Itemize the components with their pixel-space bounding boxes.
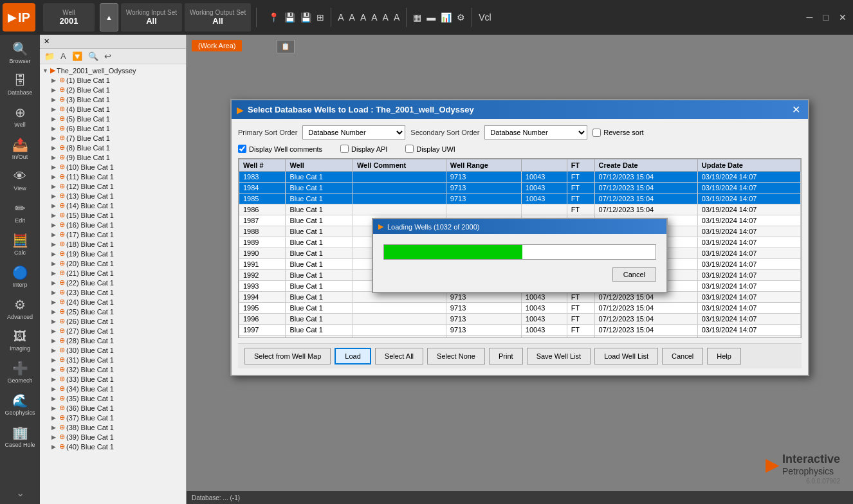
sidebar-item-calc[interactable]: 🧮 Calc — [1, 229, 39, 260]
dialog-close-btn[interactable]: ✕ — [789, 104, 803, 116]
tree-item[interactable]: ▶⊕(7) Blue Cat 1 — [41, 133, 185, 143]
tree-item[interactable]: ▶⊕(32) Blue Cat 1 — [41, 364, 185, 374]
tree-item[interactable]: ▶⊕(14) Blue Cat 1 — [41, 201, 185, 210]
sidebar-item-inout[interactable]: 📤 In/Out — [1, 133, 39, 164]
icon-grid[interactable]: ⊞ — [315, 11, 326, 24]
tree-item[interactable]: ▶⊕(3) Blue Cat 1 — [41, 94, 185, 104]
icon-bars[interactable]: ▬ — [425, 11, 437, 24]
tree-item[interactable]: ▶⊕(26) Blue Cat 1 — [41, 316, 185, 326]
tree-item[interactable]: ▶⊕(28) Blue Cat 1 — [41, 336, 185, 345]
well-selector[interactable]: Well 2001 — [43, 3, 95, 32]
tree-item[interactable]: ▶⊕(19) Blue Cat 1 — [41, 249, 185, 258]
display-api-checkbox[interactable] — [340, 145, 349, 153]
tree-item[interactable]: ▶⊕(38) Blue Cat 1 — [41, 422, 185, 432]
display-well-comments-label[interactable]: Display Well comments — [238, 145, 322, 153]
panel-close-icon[interactable]: ✕ — [44, 37, 50, 46]
sidebar-item-cased-hole[interactable]: 🏢 Cased Hole — [1, 421, 39, 452]
working-output-selector[interactable]: Working Output Set All — [185, 3, 251, 32]
tree-item[interactable]: ▶⊕(35) Blue Cat 1 — [41, 393, 185, 403]
tree-item[interactable]: ▶⊕(5) Blue Cat 1 — [41, 114, 185, 123]
maximize-btn[interactable]: □ — [820, 11, 832, 24]
sidebar-item-well[interactable]: ⊕ Well — [1, 101, 39, 132]
load-btn[interactable]: Load — [335, 348, 371, 364]
panel-tb-btn5[interactable]: ↩ — [102, 51, 113, 62]
tree-item[interactable]: ▶⊕(31) Blue Cat 1 — [41, 355, 185, 364]
tree-item[interactable]: ▶⊕(6) Blue Cat 1 — [41, 123, 185, 133]
select-from-map-btn[interactable]: Select from Well Map — [244, 348, 331, 364]
icon-a2[interactable]: A — [348, 11, 356, 24]
icon-a6[interactable]: A — [392, 11, 401, 24]
icon-save[interactable]: 💾 — [283, 11, 297, 24]
icon-grid2[interactable]: ▦ — [412, 11, 423, 24]
sidebar-item-advanced[interactable]: ⚙ Advanced — [1, 293, 39, 324]
table-row[interactable]: 1994 Blue Cat 1 9713 10043 FT 07/12/2023… — [239, 292, 801, 303]
tree-item[interactable]: ▶⊕(10) Blue Cat 1 — [41, 162, 185, 172]
display-uwi-checkbox[interactable] — [405, 145, 414, 153]
tree-item[interactable]: ▶⊕(34) Blue Cat 1 — [41, 384, 185, 393]
select-none-btn[interactable]: Select None — [427, 348, 485, 364]
print-btn[interactable]: Print — [489, 348, 523, 364]
table-row[interactable]: 1995 Blue Cat 1 9713 10043 FT 07/12/2023… — [239, 303, 801, 314]
tree-item[interactable]: ▶⊕(30) Blue Cat 1 — [41, 345, 185, 355]
tree-item[interactable]: ▶⊕(11) Blue Cat 1 — [41, 172, 185, 181]
display-api-label[interactable]: Display API — [340, 145, 387, 153]
icon-vcl[interactable]: Vcl — [477, 11, 492, 24]
tree-item[interactable]: ▶⊕(24) Blue Cat 1 — [41, 297, 185, 307]
work-area-tab[interactable]: (Work Area) — [192, 40, 242, 51]
tree-item[interactable]: ▶⊕(9) Blue Cat 1 — [41, 152, 185, 162]
sidebar-item-browser[interactable]: 🔍 Browser — [1, 37, 39, 68]
tree-item[interactable]: ▶⊕(17) Blue Cat 1 — [41, 230, 185, 239]
tree-item[interactable]: ▶⊕(4) Blue Cat 1 — [41, 104, 185, 114]
primary-sort-select[interactable]: Database Number — [302, 125, 405, 140]
work-area-icon[interactable]: 📋 — [277, 40, 295, 53]
panel-tb-btn4[interactable]: 🔍 — [86, 51, 100, 62]
reverse-sort-checkbox[interactable] — [592, 129, 601, 137]
table-row[interactable]: 1985 Blue Cat 1 9713 10043 FT 07/12/2023… — [239, 194, 801, 204]
help-btn[interactable]: Help — [707, 348, 741, 364]
display-well-comments-checkbox[interactable] — [238, 145, 246, 153]
icon-a3[interactable]: A — [359, 11, 367, 24]
select-all-btn[interactable]: Select All — [375, 348, 423, 364]
panel-tb-btn2[interactable]: A — [59, 51, 68, 62]
tree-item[interactable]: ▶⊕(12) Blue Cat 1 — [41, 181, 185, 191]
tree-item[interactable]: ▶⊕(22) Blue Cat 1 — [41, 278, 185, 287]
sidebar-item-imaging[interactable]: 🖼 Imaging — [1, 325, 39, 356]
sidebar-item-view[interactable]: 👁 View — [1, 165, 39, 195]
icon-save2[interactable]: 💾 — [299, 11, 313, 24]
sidebar-item-geophysics[interactable]: 🌊 Geophysics — [1, 389, 39, 420]
display-uwi-label[interactable]: Display UWI — [405, 145, 455, 153]
sidebar-item-geomech[interactable]: ➕ Geomech — [1, 357, 39, 388]
table-row[interactable]: 1984 Blue Cat 1 9713 10043 FT 07/12/2023… — [239, 183, 801, 194]
tree-item[interactable]: ▶⊕(8) Blue Cat 1 — [41, 143, 185, 152]
tree-item[interactable]: ▶⊕(40) Blue Cat 1 — [41, 442, 185, 451]
load-well-list-btn[interactable]: Load Well List — [594, 348, 658, 364]
tree-item[interactable]: ▶⊕(25) Blue Cat 1 — [41, 307, 185, 316]
tree-item[interactable]: ▶⊕(21) Blue Cat 1 — [41, 268, 185, 278]
sidebar-item-interp[interactable]: 🔵 Interp — [1, 261, 39, 292]
sidebar-item-edit[interactable]: ✏ Edit — [1, 197, 39, 228]
minimize-btn[interactable]: ─ — [803, 11, 817, 24]
icon-a5[interactable]: A — [381, 11, 390, 24]
table-row[interactable]: 1997 Blue Cat 1 9713 10043 FT 07/12/2023… — [239, 325, 801, 336]
sidebar-more[interactable]: ⌄ — [11, 482, 30, 504]
tree-item[interactable]: ▶⊕(16) Blue Cat 1 — [41, 220, 185, 230]
tree-item[interactable]: ▶⊕(27) Blue Cat 1 — [41, 326, 185, 336]
secondary-sort-select[interactable]: Database Number — [484, 125, 587, 140]
panel-tb-btn1[interactable]: 📁 — [42, 51, 57, 62]
panel-tb-btn3[interactable]: 🔽 — [70, 51, 84, 62]
tree-item[interactable]: ▶⊕(20) Blue Cat 1 — [41, 258, 185, 268]
tree-item[interactable]: ▶⊕(37) Blue Cat 1 — [41, 413, 185, 422]
table-row[interactable]: 1998 Blue Cat 1 9713 10043 FT 07/12/2023… — [239, 336, 801, 339]
icon-settings[interactable]: ⚙ — [455, 11, 466, 24]
table-row[interactable]: 1996 Blue Cat 1 9713 10043 FT 07/12/2023… — [239, 314, 801, 325]
tree-item[interactable]: ▶⊕(23) Blue Cat 1 — [41, 287, 185, 297]
tree-item[interactable]: ▶⊕(1) Blue Cat 1 — [41, 75, 185, 85]
loading-cancel-btn[interactable]: Cancel — [612, 267, 656, 282]
reverse-sort-label[interactable]: Reverse sort — [592, 129, 643, 137]
icon-chart[interactable]: 📊 — [439, 11, 453, 24]
save-well-list-btn[interactable]: Save Well List — [527, 348, 591, 364]
table-row[interactable]: 1986 Blue Cat 1 FT 07/12/2023 15:04 03/1… — [239, 204, 801, 215]
tree-root[interactable]: ▼ ▶ The_2001_well_Odyssey — [41, 66, 185, 75]
tree-item[interactable]: ▶⊕(15) Blue Cat 1 — [41, 210, 185, 220]
icon-location[interactable]: 📍 — [267, 11, 280, 24]
